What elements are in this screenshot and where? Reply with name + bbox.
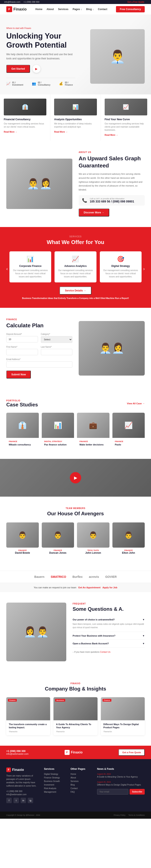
case-category-1: Finance bbox=[9, 440, 36, 442]
hero-text: Where to start with Finaxio Unlocking Yo… bbox=[6, 27, 76, 86]
footer-page-4[interactable]: Blog bbox=[70, 784, 93, 786]
footer-page-3[interactable]: Services bbox=[70, 780, 93, 782]
header-cta-button[interactable]: Free Consultancy bbox=[116, 6, 145, 12]
services-tagline-link[interactable]: Well Oiled Machine Run a Report! bbox=[95, 297, 129, 300]
email-field: Email Address* bbox=[6, 358, 72, 368]
cards-row: 👔 Financial Consultancy Our management c… bbox=[0, 94, 151, 141]
footer-service-6[interactable]: Management bbox=[44, 791, 66, 793]
footer-pages-list: Home About Services Blog Contact FAQ bbox=[70, 773, 93, 793]
instagram-icon[interactable]: ig bbox=[28, 798, 33, 803]
nav-services[interactable]: Services bbox=[58, 8, 68, 11]
footer-service-3[interactable]: Business Growth bbox=[44, 780, 66, 782]
footer-bottom-links: Privacy Policy Terms & Conditions bbox=[114, 814, 145, 816]
card-img-2: 📊 bbox=[54, 99, 97, 115]
news-date-1: August 20, 2024 bbox=[97, 773, 145, 775]
faq-answer-1: Nam libero tempore, cum soluta nobis est… bbox=[72, 622, 145, 629]
services-next-arrow[interactable]: › bbox=[143, 266, 145, 272]
about-discover-button[interactable]: Discover More → bbox=[79, 209, 109, 217]
terms-link[interactable]: Terms & Conditions bbox=[128, 814, 145, 816]
footer-page-2[interactable]: About bbox=[70, 777, 93, 779]
team-name-1: David Bowie bbox=[6, 551, 39, 554]
topbar-phone1: +1 (098) 098 900 bbox=[24, 1, 39, 3]
faq-image: 👩‍💼👨‍💼 bbox=[6, 602, 66, 661]
phone-icon: 📞 bbox=[82, 198, 87, 203]
subscribe-row: Subscribe bbox=[97, 789, 145, 795]
faq-section: 👩‍💼👨‍💼 Frequent Some Questions & A. Our … bbox=[0, 592, 151, 672]
video-play-button[interactable]: ▶ bbox=[70, 472, 81, 484]
blog-title: Company Blog & Insights bbox=[6, 686, 145, 692]
faq-toggle-1[interactable]: ▼ bbox=[142, 618, 145, 621]
team-grid: 👨 Finance David Bowie 👨 Finance Duncan J… bbox=[6, 522, 145, 554]
service-details-button[interactable]: Service Details → bbox=[60, 287, 92, 294]
team-member-4: 👨 Finance Elton John bbox=[113, 522, 145, 554]
subscribe-button[interactable]: Subscribe bbox=[130, 789, 145, 795]
blog-img-1: Finance bbox=[6, 697, 50, 720]
service-title-3: Digital Strategy bbox=[103, 265, 138, 268]
footer-page-6[interactable]: FAQ bbox=[70, 791, 93, 793]
hero-play-button[interactable]: ▶ bbox=[32, 65, 40, 73]
hero-stat-1: 📈 01 / Investment bbox=[6, 82, 26, 86]
topbar-quote[interactable]: Get a Free Quote bbox=[127, 1, 144, 3]
case-img-2: 📊 bbox=[42, 413, 74, 438]
nav-about[interactable]: About bbox=[47, 8, 54, 11]
case-body-4: Finance Paolo bbox=[113, 438, 145, 448]
faq-contact-link[interactable]: Contact Us bbox=[100, 651, 110, 653]
cta-appointment-link[interactable]: Get An Appointment bbox=[78, 586, 100, 589]
twitter-icon[interactable]: t bbox=[13, 798, 19, 803]
card-read-more-1[interactable]: Read More → bbox=[4, 131, 17, 133]
team-name-3: John Lennon bbox=[77, 551, 110, 554]
subscribe-input[interactable] bbox=[97, 789, 128, 795]
blog-img-3: Finance bbox=[101, 697, 145, 720]
red-banner-cta-button[interactable]: Get a Free Quote bbox=[119, 749, 145, 756]
blog-author-1: ThemeXin bbox=[9, 731, 48, 733]
video-overlay: ▶ bbox=[0, 459, 151, 497]
faq-item-1: Our power of choice is untrammelled? ▼ N… bbox=[72, 616, 145, 632]
nav-contact[interactable]: Contact bbox=[98, 8, 108, 11]
footer-service-5[interactable]: Risk Analysis bbox=[44, 787, 66, 789]
faq-question-2[interactable]: Protect Your Business with Insurance? ▼ bbox=[72, 634, 145, 637]
case-img-4: 📈 bbox=[113, 413, 145, 438]
social-links: f t in ig bbox=[6, 798, 40, 803]
case-title: Case Studies bbox=[6, 402, 38, 408]
footer-news-title: News & Feeds bbox=[97, 768, 145, 770]
footer-service-1[interactable]: Digital Strategy bbox=[44, 773, 66, 775]
category-select[interactable]: Select bbox=[41, 336, 72, 343]
faq-question-3[interactable]: Open a Business Bank Account? ▼ bbox=[72, 642, 145, 645]
firstname-input[interactable] bbox=[6, 349, 38, 355]
linkedin-icon[interactable]: in bbox=[21, 798, 26, 803]
faq-toggle-2[interactable]: ▼ bbox=[142, 634, 145, 637]
footer-page-1[interactable]: Home bbox=[70, 773, 93, 775]
email-input[interactable] bbox=[6, 361, 72, 368]
case-title-3: Make better decisions bbox=[80, 443, 107, 446]
hero-primary-button[interactable]: Get Started bbox=[6, 65, 30, 73]
card-read-more-3[interactable]: Read More → bbox=[104, 134, 118, 136]
footer: F Finaxio There are many variations of p… bbox=[0, 759, 151, 812]
faq-toggle-3[interactable]: ▼ bbox=[142, 642, 145, 645]
nav-pages[interactable]: Pages ↓ bbox=[72, 8, 82, 11]
facebook-icon[interactable]: f bbox=[6, 798, 12, 803]
nav-blog[interactable]: Blog ↓ bbox=[86, 8, 94, 11]
about-section: 👨‍💼👩‍💼 About Us An Upward Sales Graph Gu… bbox=[0, 141, 151, 227]
video-section: ▶ bbox=[0, 459, 151, 497]
faq-contact: ↓ If you have more questions Contact Us bbox=[72, 651, 145, 653]
footer-service-2[interactable]: Finance Strategy bbox=[44, 777, 66, 779]
deposit-input[interactable] bbox=[6, 336, 38, 342]
privacy-link[interactable]: Privacy Policy bbox=[114, 814, 125, 816]
faq-question-1[interactable]: Our power of choice is untrammelled? ▼ bbox=[72, 618, 145, 621]
service-title-1: Corporate Finance bbox=[13, 265, 48, 268]
cta-apply-link[interactable]: Apply for Job bbox=[102, 586, 117, 589]
footer-page-5[interactable]: Contact bbox=[70, 787, 93, 789]
case-body-2: Digital Strategy Pax finance solution bbox=[42, 438, 74, 448]
news-date-2: August 20, 2024 bbox=[97, 781, 145, 783]
team-img-2: 👨 bbox=[42, 522, 74, 548]
card-read-more-2[interactable]: Read More → bbox=[54, 131, 67, 133]
nav-home[interactable]: Home bbox=[35, 8, 42, 11]
hero-stat-3: 💰 03 / Finance bbox=[59, 82, 76, 86]
view-all-cases[interactable]: View All Case → bbox=[127, 402, 145, 405]
lastname-input[interactable] bbox=[41, 349, 72, 355]
calculate-submit-button[interactable]: Submit Now bbox=[6, 371, 31, 378]
services-footer: Service Details → Business Transformatio… bbox=[6, 287, 145, 300]
footer-service-4[interactable]: Investment bbox=[44, 784, 66, 786]
services-prev-arrow[interactable]: ‹ bbox=[6, 266, 8, 272]
blog-grid: Finance The transform community create a… bbox=[6, 697, 145, 735]
